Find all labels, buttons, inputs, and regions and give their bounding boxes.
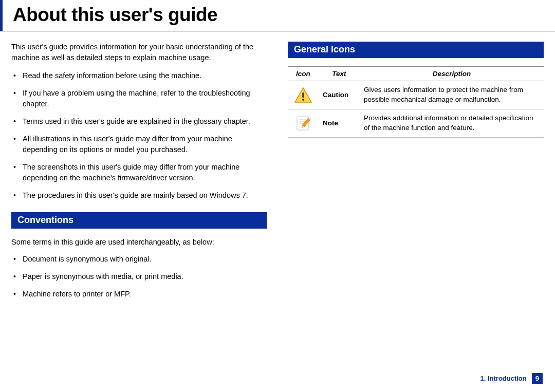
- list-item: The procedures in this user's guide are …: [22, 190, 267, 201]
- right-column: General icons Icon Text Description: [288, 42, 544, 306]
- caution-label: Caution: [319, 81, 360, 109]
- page-title: About this user's guide: [0, 0, 555, 31]
- general-icons-table: Icon Text Description Caution Gives: [288, 66, 544, 138]
- page-footer: 1. Introduction 9: [480, 373, 543, 384]
- footer-page-number: 9: [532, 373, 543, 384]
- note-label: Note: [319, 109, 360, 137]
- title-divider: [0, 31, 555, 32]
- list-item: All illustrations in this user's guide m…: [22, 134, 267, 155]
- note-icon: [288, 109, 319, 137]
- list-item: Machine refers to printer or MFP.: [22, 289, 267, 300]
- left-column: This user's guide provides information f…: [11, 42, 267, 306]
- content-columns: This user's guide provides information f…: [0, 42, 555, 306]
- table-row: Note Provides additional information or …: [288, 109, 544, 137]
- caution-icon: [288, 81, 319, 109]
- list-item: Document is synonymous with original.: [22, 254, 267, 265]
- section-heading-conventions: Conventions: [11, 212, 267, 229]
- info-bullet-list: Read the safety information before using…: [11, 70, 267, 201]
- list-item: Read the safety information before using…: [22, 70, 267, 81]
- table-header-row: Icon Text Description: [288, 67, 544, 81]
- section-heading-general-icons: General icons: [288, 42, 544, 58]
- list-item: Paper is synonymous with media, or print…: [22, 271, 267, 282]
- footer-chapter: 1. Introduction: [480, 375, 526, 382]
- table-row: Caution Gives users information to prote…: [288, 81, 544, 109]
- note-description: Provides additional information or detai…: [360, 109, 544, 137]
- th-text: Text: [319, 67, 360, 81]
- svg-point-2: [302, 99, 304, 101]
- intro-paragraph: This user's guide provides information f…: [11, 42, 267, 63]
- caution-description: Gives users information to protect the m…: [360, 81, 544, 109]
- list-item: If you have a problem using the machine,…: [22, 88, 267, 109]
- svg-rect-1: [302, 92, 304, 98]
- list-item: Terms used in this user's guide are expl…: [22, 116, 267, 127]
- list-item: The screenshots in this user's guide may…: [22, 162, 267, 183]
- th-icon: Icon: [288, 67, 319, 81]
- th-description: Description: [360, 67, 544, 81]
- conventions-lead: Some terms in this guide are used interc…: [11, 237, 267, 248]
- conventions-list: Document is synonymous with original. Pa…: [11, 254, 267, 300]
